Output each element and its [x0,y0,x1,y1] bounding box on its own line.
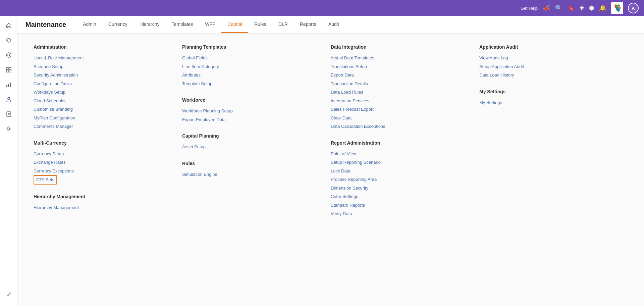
sidebar [0,16,17,306]
section-title-data-integration: Data Integration [331,44,466,50]
tab-reports[interactable]: Reports [294,16,322,33]
svg-rect-7 [6,67,8,69]
sidebar-icon-task[interactable] [2,107,15,121]
link-lock-data[interactable]: Lock Data [331,167,466,175]
get-help-button[interactable]: Get Help [521,6,538,11]
search-icon[interactable]: 🔍 [555,4,562,12]
link-integration-services[interactable]: Integration Services [331,97,466,105]
link-export-employee-data[interactable]: Export Employee Data [182,115,317,124]
tab-dlr[interactable]: DLR [272,16,294,33]
section-title-application-audit: Application Audit [479,44,614,50]
sidebar-icon-chart[interactable] [2,78,15,91]
link-data-calc-exceptions[interactable]: Data Calculation Exceptions [331,122,466,131]
svg-point-6 [8,55,9,55]
bookmark-icon[interactable]: 🔖 [567,4,575,12]
svg-point-16 [8,128,10,130]
svg-rect-12 [8,84,9,87]
megaphone-icon[interactable]: 📣 [543,4,550,12]
sidebar-icon-target[interactable] [2,48,15,62]
tab-hierarchy[interactable]: Hierarchy [133,16,166,33]
col-application-audit: Application Audit View Audit Log Setup A… [479,44,628,218]
link-workdays-setup[interactable]: Workdays Setup [34,88,169,97]
tab-currency[interactable]: Currency [102,16,133,33]
link-myplan-config[interactable]: MyPlan Configuration [34,114,169,122]
sidebar-icon-home[interactable] [2,19,15,32]
link-clear-data[interactable]: Clear Data [331,114,466,122]
link-process-reporting-area[interactable]: Process Reporting Area [331,175,466,184]
main-content: Administration User & Role Management Sc… [17,34,644,306]
link-asset-setup[interactable]: Asset Setup [182,143,317,151]
bell-icon[interactable]: 🔔 [599,4,606,12]
user-avatar[interactable]: A [628,3,639,13]
svg-point-14 [8,97,10,99]
link-setup-application-audit[interactable]: Setup Application Audit [479,62,614,71]
link-data-load-rules[interactable]: Data Load Rules [331,88,466,97]
link-cube-settings[interactable]: Cube Settings [331,192,466,201]
svg-rect-10 [9,70,11,72]
link-attributes[interactable]: Attributes [182,71,317,80]
link-config-tasks[interactable]: Configuration Tasks [34,80,169,88]
col-administration: Administration User & Role Management Sc… [34,44,182,218]
tab-admin[interactable]: Admin [77,16,102,33]
topbar-icons: 📣 🔍 🔖 ✚ ⬢ 🔔 A [543,2,639,14]
sidebar-icon-refresh[interactable] [2,34,15,47]
tab-wfp[interactable]: WFP [199,16,221,33]
link-data-load-history[interactable]: Data Load History [479,71,614,80]
section-title-hierarchy-mgmt: Hierarchy Management [34,194,169,199]
link-view-audit-log[interactable]: View Audit Log [479,54,614,62]
link-security-admin[interactable]: Security Administration [34,71,169,80]
link-translations-setup[interactable]: Translations Setup [331,62,466,71]
sidebar-pin-icon[interactable] [2,287,15,301]
link-actual-data-templates[interactable]: Actual Data Templates [331,54,466,62]
link-setup-reporting-scenario[interactable]: Setup Reporting Scenario [331,158,466,167]
link-verify-data[interactable]: Verify Data [331,209,466,218]
section-title-multi-currency: Multi-Currency [34,140,169,146]
link-currency-setup[interactable]: Currency Setup [34,150,169,158]
link-line-item-category[interactable]: Line Item Category [182,62,317,71]
svg-rect-9 [6,70,8,72]
tab-templates[interactable]: Templates [166,16,199,33]
content-area: Maintenance Admin Currency Hierarchy Tem… [17,16,644,306]
compass-icon[interactable]: ✚ [579,4,584,12]
sidebar-icon-settings[interactable] [2,122,15,136]
link-exchange-rates[interactable]: Exchange Rates [34,158,169,167]
page-title: Maintenance [25,21,66,29]
link-my-settings[interactable]: My Settings [479,98,614,107]
col-data-integration: Data Integration Actual Data Templates T… [331,44,479,218]
link-export-data[interactable]: Export Data [331,71,466,80]
link-template-setup[interactable]: Template Setup [182,80,317,88]
svg-rect-15 [7,112,11,116]
link-cta-sets[interactable]: CTA Sets [34,175,57,185]
section-title-capital-planning: Capital Planning [182,133,317,139]
link-customize-branding[interactable]: Customize Branding [34,105,169,114]
section-title-report-administration: Report Administration [331,140,466,146]
sidebar-icon-person[interactable] [2,93,15,106]
link-hierarchy-management[interactable]: Hierarchy Management [34,203,169,212]
link-simulation-engine[interactable]: Simulation Engine [182,170,317,179]
tab-rules[interactable]: Rules [248,16,272,33]
link-comments-manager[interactable]: Comments Manager [34,122,169,131]
link-standard-reports[interactable]: Standard Reports [331,201,466,210]
link-dimension-security[interactable]: Dimension Security [331,184,466,193]
svg-rect-11 [6,85,7,87]
section-title-planning-templates: Planning Templates [182,44,317,50]
link-user-role-mgmt[interactable]: User & Role Management [34,54,169,62]
section-title-workforce: Workforce [182,97,317,103]
section-title-rules: Rules [182,161,317,166]
sidebar-icon-grid[interactable] [2,63,15,76]
link-cloud-scheduler[interactable]: Cloud Scheduler [34,97,169,105]
menu-grid: Administration User & Role Management Sc… [34,44,628,229]
link-workforce-planning-setup[interactable]: Workforce Planning Setup [182,107,317,115]
link-point-of-view[interactable]: Point of View [331,150,466,158]
section-title-my-settings: My Settings [479,89,614,94]
main-layout: Maintenance Admin Currency Hierarchy Tem… [0,16,644,306]
link-sales-forecast-export[interactable]: Sales Forecast Export [331,105,466,114]
link-transaction-details[interactable]: Transaction Details [331,80,466,88]
link-global-fields[interactable]: Global Fields [182,54,317,62]
tab-capital[interactable]: Capital [221,16,248,33]
link-scenario-setup[interactable]: Scenario Setup [34,62,169,71]
col-planning-templates: Planning Templates Global Fields Line It… [182,44,331,218]
tab-audit[interactable]: Audit [322,16,345,33]
cube-icon[interactable]: ⬢ [589,4,594,12]
link-currency-exceptions[interactable]: Currency Exceptions [34,167,169,175]
